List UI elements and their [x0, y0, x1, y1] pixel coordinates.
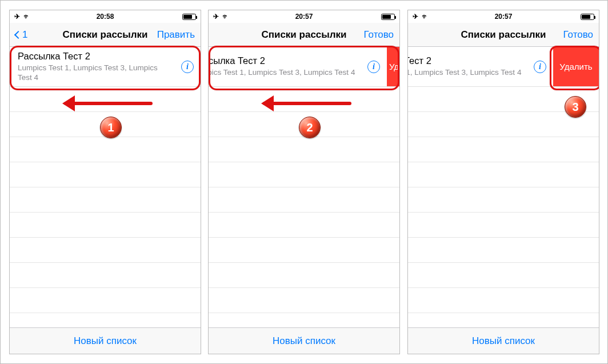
nav-bar: Списки рассылки Готово — [209, 23, 399, 47]
airplane-mode-icon: ✈ — [14, 13, 20, 21]
nav-bar: 1 Списки рассылки Править — [10, 23, 201, 47]
status-clock: 20:57 — [408, 13, 599, 21]
list-members: Lumpics Test 1, Lumpics Test 3, Lumpics … — [18, 63, 172, 83]
delete-swipe-button[interactable]: Удалить — [553, 47, 599, 87]
status-bar: ✈ ᯤ 20:58 — [10, 10, 201, 23]
empty-rows — [10, 87, 201, 313]
new-list-button[interactable]: Новый список — [209, 327, 399, 354]
new-list-button[interactable]: Новый список — [408, 327, 599, 354]
delete-swipe-button[interactable]: Уд — [387, 47, 399, 87]
empty-rows — [408, 87, 599, 313]
screenshot-step-1: ✈ ᯤ 20:58 1 Списки рассылки Править Расс… — [9, 10, 201, 354]
list-title: Рассылка Тест 2 — [208, 55, 358, 66]
info-icon[interactable]: i — [367, 61, 380, 73]
info-icon[interactable]: i — [181, 61, 194, 73]
wifi-icon: ᯤ — [23, 13, 30, 21]
list-title: Рассылка Тест 2 — [18, 51, 172, 62]
nav-bar: Списки рассылки Готово — [408, 23, 599, 47]
airplane-mode-icon: ✈ — [213, 13, 219, 21]
info-icon[interactable]: i — [534, 61, 546, 73]
battery-icon — [182, 14, 196, 20]
empty-rows — [209, 87, 399, 313]
status-clock: 20:57 — [209, 13, 399, 21]
nav-edit-button[interactable]: Править — [157, 29, 195, 41]
wifi-icon: ᯤ — [222, 13, 229, 21]
battery-icon — [381, 14, 395, 20]
status-bar: ✈ ᯤ 20:57 — [209, 10, 399, 23]
battery-icon — [581, 14, 594, 20]
nav-done-button[interactable]: Готово — [364, 29, 394, 41]
list-members: Lumpics Test 1, Lumpics Test 3, Lumpics … — [407, 68, 525, 78]
broadcast-list-row[interactable]: Рассылка Тест 2 Lumpics Test 1, Lumpics … — [10, 47, 201, 87]
wifi-icon: ᯤ — [422, 13, 429, 21]
status-clock: 20:58 — [10, 13, 201, 21]
airplane-mode-icon: ✈ — [413, 13, 418, 21]
screenshot-step-3: ✈ ᯤ 20:57 Списки рассылки Готово Рассылк… — [407, 10, 599, 354]
screenshot-step-2: ✈ ᯤ 20:57 Списки рассылки Готово Рассылк… — [208, 10, 400, 354]
list-members: Lumpics Test 1, Lumpics Test 3, Lumpics … — [208, 68, 358, 78]
nav-done-button[interactable]: Готово — [563, 29, 594, 41]
broadcast-list-row[interactable]: Рассылка Тест 2 Lumpics Test 1, Lumpics … — [209, 47, 399, 87]
list-title: Рассылка Тест 2 — [407, 55, 525, 66]
broadcast-list-row[interactable]: Рассылка Тест 2 Lumpics Test 1, Lumpics … — [408, 47, 599, 87]
status-bar: ✈ ᯤ 20:57 — [408, 10, 599, 23]
new-list-button[interactable]: Новый список — [10, 327, 201, 354]
